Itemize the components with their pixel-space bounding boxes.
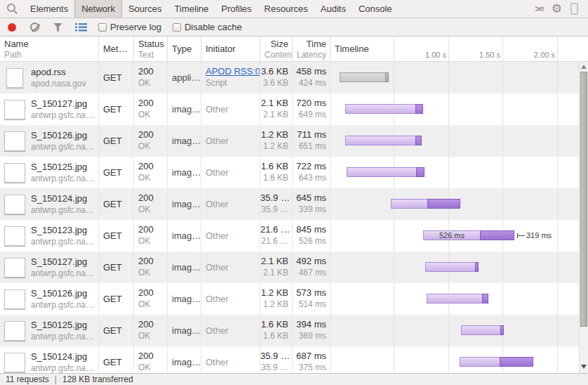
search-button[interactable] [0, 0, 24, 18]
preserve-log-checkbox[interactable]: Preserve log [98, 22, 161, 32]
time-value: 845 ms [293, 224, 326, 235]
tab-elements[interactable]: Elements [24, 0, 74, 18]
column-header-type[interactable]: Type [168, 37, 201, 61]
latency-value: 375 ms [293, 362, 326, 373]
small-rows-button[interactable] [69, 18, 93, 36]
scrollbar-thumb[interactable] [580, 72, 587, 327]
timeline-cell [330, 125, 588, 157]
initiator-link[interactable]: APOD RSS:0 [206, 66, 260, 77]
method-cell: GET [99, 283, 134, 315]
column-header-time[interactable]: TimeLatency [293, 37, 330, 61]
type-cell: imag… [168, 157, 201, 188]
content-value: 1.6 KB [260, 330, 288, 341]
column-header-timeline[interactable]: Timeline1.00 s1.50 s2.00 s [330, 37, 588, 61]
content-value: 21.6 … [260, 235, 288, 247]
file-path: antwrp.gsfc.na… [31, 331, 94, 342]
method-value: GET [103, 199, 122, 210]
tab-sources[interactable]: Sources [122, 0, 168, 18]
tab-timeline[interactable]: Timeline [168, 0, 215, 18]
timeline-bar[interactable] [461, 325, 504, 335]
tab-console[interactable]: Console [352, 0, 399, 18]
console-drawer-icon[interactable]: >≡ [535, 4, 543, 14]
timeline-cell [330, 346, 588, 373]
bar-download-segment [482, 294, 488, 304]
header-sub-label: Latency [297, 50, 326, 60]
timeline-bar[interactable] [345, 136, 422, 145]
initiator-cell: Other [201, 93, 260, 125]
disable-cache-checkbox[interactable]: Disable cache [173, 22, 242, 32]
request-name: S_150127.jpgantwrp.gsfc.na… [31, 256, 94, 279]
timeline-bar[interactable] [460, 357, 533, 367]
time-value: 458 ms [293, 66, 326, 77]
column-header-size[interactable]: SizeConten [260, 37, 293, 61]
size-cell: 35.9 …35.9 … [260, 346, 293, 373]
type-value: imag… [172, 230, 201, 241]
timeline-bar[interactable] [391, 199, 460, 209]
settings-gear-icon[interactable]: ⚙ [552, 1, 562, 16]
size-cell: 21.6 …21.6 … [260, 220, 293, 252]
table-row[interactable]: S_150124.jpgantwrp.gsfc.na…GET200OKimag…… [0, 346, 588, 373]
content-value: 2.1 KB [260, 109, 288, 120]
column-header-method[interactable]: Met… [99, 37, 134, 61]
table-row[interactable]: S_150126.jpgantwrp.gsfc.na…GET200OKimag…… [0, 125, 588, 157]
method-cell: GET [99, 346, 134, 373]
request-name: S_150124.jpgantwrp.gsfc.na… [31, 193, 94, 216]
method-value: GET [103, 325, 122, 337]
time-value: 720 ms [293, 98, 326, 109]
column-header-status[interactable]: StatusText [134, 37, 168, 61]
timeline-bar[interactable] [345, 104, 423, 114]
tab-resources[interactable]: Resources [258, 0, 314, 18]
status-code: 200 [138, 287, 167, 299]
device-mode-icon[interactable] [570, 3, 578, 15]
header-sub-label: Path [4, 50, 95, 60]
request-name: S_150124.jpgantwrp.gsfc.na… [31, 351, 94, 374]
table-row[interactable]: S_150125.jpgantwrp.gsfc.na…GET200OKimag…… [0, 315, 588, 346]
table-row[interactable]: S_150125.jpgantwrp.gsfc.na…GET200OKimag…… [0, 157, 588, 188]
column-header-name[interactable]: NamePath [0, 37, 99, 61]
filter-button[interactable] [46, 18, 69, 36]
bar-download-segment [416, 167, 425, 177]
table-row[interactable]: S_150127.jpgantwrp.gsfc.na…GET200OKimag…… [0, 252, 588, 283]
table-row[interactable]: S_150127.jpgantwrp.gsfc.na…GET200OKimag…… [0, 93, 588, 125]
type-cell: imag… [168, 346, 201, 373]
tab-audits[interactable]: Audits [314, 0, 352, 18]
tab-network[interactable]: Network [74, 0, 122, 18]
request-name: S_150126.jpgantwrp.gsfc.na… [31, 288, 94, 311]
vertical-scrollbar[interactable] [579, 62, 588, 373]
table-row[interactable]: apod.rssapod.nasa.govGET200OKappli…APOD … [0, 62, 588, 93]
timeline-bar[interactable] [425, 262, 479, 272]
timeline-bar[interactable] [340, 72, 389, 82]
size-cell: 1.2 KB1.2 KB [260, 283, 293, 315]
file-name: S_150126.jpg [31, 288, 94, 299]
timeline-bar[interactable]: 526 ms319 ms [423, 230, 514, 240]
bar-download-segment [427, 199, 460, 209]
timeline-cell [330, 315, 588, 346]
table-header-row: NamePathMet…StatusTextTypeInitiatorSizeC… [0, 37, 588, 62]
type-value: imag… [172, 104, 201, 115]
record-button[interactable] [0, 18, 23, 36]
bar-latency-segment [427, 294, 483, 304]
tab-profiles[interactable]: Profiles [215, 0, 258, 18]
timeline-bar[interactable] [347, 167, 425, 177]
image-thumbnail-icon [4, 258, 25, 278]
timeline-bar[interactable] [427, 294, 488, 304]
scroll-down-arrow-icon[interactable] [581, 365, 587, 369]
time-cell: 458 ms424 ms [293, 62, 330, 93]
latency-value: 467 ms [293, 267, 326, 278]
table-row[interactable]: S_150123.jpgantwrp.gsfc.na…GET200OKimag…… [0, 220, 588, 252]
network-toolbar: Preserve log Disable cache [0, 18, 588, 37]
initiator-cell: Other [201, 188, 260, 220]
table-row[interactable]: S_150126.jpgantwrp.gsfc.na…GET200OKimag…… [0, 283, 588, 315]
status-text: OK [138, 204, 167, 215]
initiator-cell: Other [201, 283, 260, 315]
status-code: 200 [138, 98, 167, 109]
file-path: antwrp.gsfc.na… [31, 268, 94, 279]
scroll-up-arrow-icon[interactable] [581, 65, 587, 69]
table-row[interactable]: S_150124.jpgantwrp.gsfc.na…GET200OKimag…… [0, 188, 588, 220]
timeline-tick-label: 1.50 s [479, 51, 500, 59]
size-cell: 3.6 KB3.6 KB [260, 62, 293, 93]
column-header-initiator[interactable]: Initiator [201, 37, 260, 61]
method-value: GET [103, 72, 122, 84]
type-value: imag… [172, 199, 201, 209]
clear-button[interactable] [23, 18, 46, 36]
